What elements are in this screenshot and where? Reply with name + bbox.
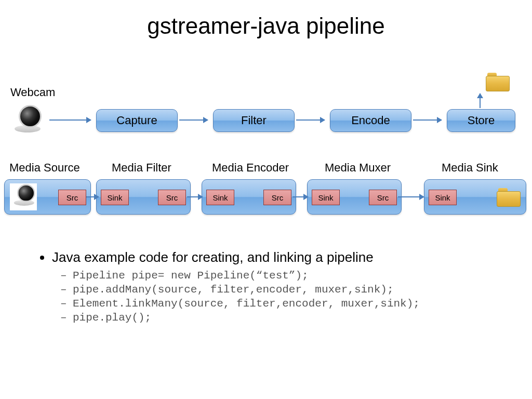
- webcam-icon: [9, 104, 46, 132]
- arrow-filter-encode: [296, 119, 325, 121]
- arrow-encode-store: [413, 119, 442, 121]
- media-muxer-label: Media Muxer: [325, 161, 391, 175]
- webcam-icon-small: [10, 183, 38, 206]
- media-sink-label: Media Sink: [442, 161, 498, 175]
- code-line-1: Pipeline pipe= new Pipeline(“test”);: [73, 270, 420, 282]
- pad-src: Src: [58, 190, 86, 205]
- media-filter-label: Media Filter: [112, 161, 171, 175]
- media-encoder-label: Media Encoder: [212, 161, 289, 175]
- arrow-encoder-muxer-pad: [292, 196, 308, 197]
- arrow-muxer-sink-pad: [398, 196, 424, 197]
- slide-title: gstreamer-java pipeline: [0, 0, 532, 49]
- arrow-filter-encoder-pad: [187, 196, 203, 197]
- stage-filter: Filter: [213, 109, 295, 132]
- media-sink-box: Sink: [424, 179, 526, 215]
- code-line-4: pipe.play();: [73, 312, 420, 324]
- pad-src: Src: [369, 190, 397, 205]
- webcam-label: Webcam: [10, 86, 55, 99]
- media-muxer-box: Sink Src: [307, 179, 402, 215]
- stage-store: Store: [447, 109, 515, 132]
- bullet-main-text: Java example code for creating, and link…: [52, 249, 374, 265]
- media-filter-box: Sink Src: [96, 179, 191, 215]
- arrow-source-filter-pad: [86, 196, 99, 197]
- pad-src: Src: [263, 190, 291, 205]
- pad-src: Src: [158, 190, 186, 205]
- code-line-2: pipe.addMany(source, filter,encoder, mux…: [73, 284, 420, 296]
- stage-encode: Encode: [330, 109, 411, 132]
- arrow-store-folder: [480, 94, 481, 108]
- pad-sink: Sink: [312, 190, 340, 205]
- pad-sink: Sink: [101, 190, 129, 205]
- media-source-label: Media Source: [9, 161, 80, 175]
- media-encoder-box: Sink Src: [202, 179, 296, 215]
- arrow-capture-filter: [179, 119, 208, 121]
- code-line-3: Element.linkMany(source, filter,encoder,…: [73, 298, 420, 310]
- stage-capture: Capture: [96, 109, 178, 132]
- folder-icon-top: [486, 73, 509, 90]
- bullet-main: Java example code for creating, and link…: [52, 249, 420, 324]
- folder-icon-sink: [497, 188, 520, 206]
- media-source-box: Src: [4, 179, 91, 215]
- pad-sink: Sink: [206, 190, 234, 205]
- arrow-webcam-capture: [49, 119, 91, 121]
- pad-sink: Sink: [429, 190, 457, 205]
- bullet-list: Java example code for creating, and link…: [36, 249, 420, 326]
